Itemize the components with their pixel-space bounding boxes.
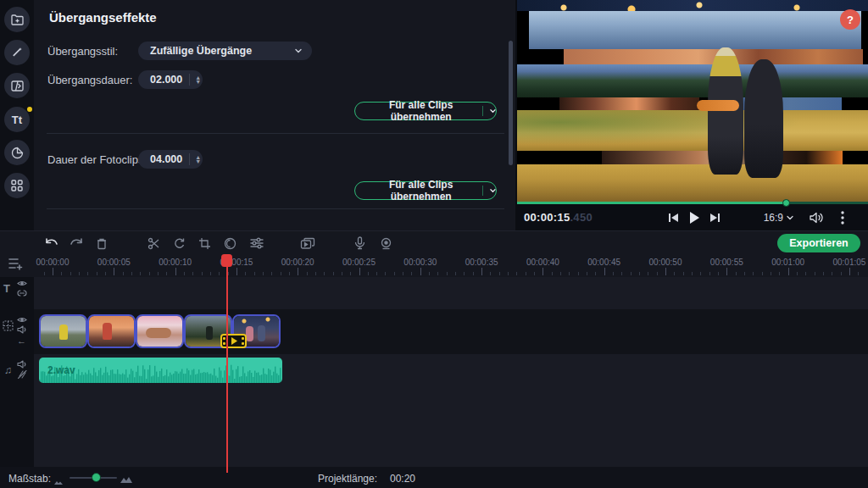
filters-sliders-button[interactable] xyxy=(248,235,265,252)
ruler-tick xyxy=(578,272,579,275)
ruler-label: 00:00:10 xyxy=(159,258,192,267)
transition-strip-night-lights xyxy=(517,0,868,11)
zoom-out-icon[interactable] xyxy=(53,474,64,488)
split-scissors-button[interactable] xyxy=(145,235,162,252)
ruler-tick xyxy=(158,272,159,275)
ruler-tick xyxy=(166,272,167,275)
record-audio-button[interactable] xyxy=(351,235,368,252)
ruler-tick xyxy=(140,272,141,275)
ruler-tick xyxy=(858,272,859,275)
more-tools-button[interactable] xyxy=(4,173,30,198)
transition-style-label: Übergangsstil: xyxy=(47,45,118,58)
color-adjust-button[interactable] xyxy=(221,235,238,252)
transition-wizard-button[interactable] xyxy=(299,235,316,252)
titles-tt-icon: Tt xyxy=(12,114,22,126)
transition-duration-spinner[interactable]: 02.000 ▲▼ xyxy=(138,70,203,89)
video-track-back-arrow-icon[interactable]: ← xyxy=(17,336,26,346)
filters-button[interactable] xyxy=(4,40,30,65)
scale-label: Maßstab: xyxy=(8,473,51,485)
ruler-tick xyxy=(815,272,815,275)
rotate-button[interactable] xyxy=(170,235,187,252)
panel-scrollbar[interactable] xyxy=(509,41,513,165)
ruler-tick xyxy=(219,272,220,275)
help-button[interactable]: ? xyxy=(840,9,860,30)
title-track-lane[interactable] xyxy=(34,277,868,309)
ruler-label: 00:00:50 xyxy=(649,258,682,267)
apply-transitions-all-clips-button[interactable]: Für alle Clips übernehmen xyxy=(354,102,497,120)
ruler-tick xyxy=(411,272,412,275)
video-clip-3[interactable] xyxy=(136,314,184,348)
titles-button[interactable]: Tt xyxy=(4,107,30,132)
ruler-tick xyxy=(779,272,780,275)
title-track-link-icon[interactable] xyxy=(17,290,27,297)
hiker-figure xyxy=(744,59,783,178)
undo-button[interactable] xyxy=(42,235,59,252)
ruler-tick xyxy=(131,272,132,275)
transition-settings-panel: Übergangseffekte Übergangsstil: Zufällig… xyxy=(34,0,515,230)
transition-strip-mountains xyxy=(529,11,861,49)
transition-style-dropdown[interactable]: Zufällige Übergänge xyxy=(138,42,312,60)
export-button[interactable]: Exportieren xyxy=(777,234,860,252)
section-divider xyxy=(47,208,504,209)
webcam-button[interactable] xyxy=(377,235,394,252)
ruler-tick xyxy=(87,272,88,275)
redo-button[interactable] xyxy=(68,235,85,252)
ruler-tick xyxy=(762,272,763,275)
ruler-label: 00:00:30 xyxy=(403,258,437,267)
ruler-tick xyxy=(437,272,438,275)
add-track-icon[interactable] xyxy=(8,257,23,270)
timeline-ruler[interactable]: 00:00:0000:00:0500:00:1000:00:1500:00:20… xyxy=(0,255,868,277)
audio-track-unlink-icon[interactable] xyxy=(17,370,27,379)
spinner-arrows[interactable]: ▲▼ xyxy=(195,155,201,164)
stickers-button[interactable] xyxy=(4,140,30,165)
video-clip-2[interactable] xyxy=(87,314,136,348)
video-track-visibility-icon[interactable] xyxy=(17,316,27,324)
transition-style-value: Zufällige Übergänge xyxy=(150,45,252,57)
audio-clip[interactable]: 2.wav xyxy=(39,358,282,383)
spinner-arrows[interactable]: ▲▼ xyxy=(195,75,201,84)
video-preview[interactable]: ? xyxy=(517,0,868,202)
apply-button-label: Für alle Clips übernehmen xyxy=(366,99,476,123)
delete-button[interactable] xyxy=(93,235,110,252)
ruler-tick xyxy=(385,272,386,275)
kebab-menu-icon xyxy=(841,211,844,225)
video-track-mute-icon[interactable] xyxy=(17,325,27,334)
ruler-tick xyxy=(175,268,176,275)
ruler-label: 00:00:55 xyxy=(710,258,743,267)
ruler-tick xyxy=(797,272,798,275)
volume-button[interactable] xyxy=(810,212,824,224)
ruler-label: 00:01:05 xyxy=(832,258,865,267)
transition-badge[interactable] xyxy=(220,334,247,348)
zoom-in-icon[interactable] xyxy=(120,472,133,487)
section-divider xyxy=(47,133,504,134)
photo-duration-value: 04.000 xyxy=(150,153,182,165)
ruler-tick xyxy=(79,272,80,275)
play-button[interactable] xyxy=(689,212,699,224)
playhead-handle[interactable] xyxy=(221,254,232,267)
transition-strip-grass xyxy=(517,164,868,202)
photo-duration-spinner[interactable]: 04.000 ▲▼ xyxy=(138,150,203,169)
transition-strip-forest xyxy=(517,64,868,97)
audio-track-mute-icon[interactable] xyxy=(17,360,27,369)
timeline-zoom-knob[interactable] xyxy=(92,473,101,482)
title-track-visibility-icon[interactable] xyxy=(17,280,27,287)
ruler-tick xyxy=(700,272,701,275)
ruler-tick xyxy=(771,272,771,275)
aspect-ratio-dropdown[interactable]: 16:9 xyxy=(764,212,793,224)
ruler-tick xyxy=(403,272,403,275)
import-media-button[interactable] xyxy=(4,7,30,32)
more-options-button[interactable] xyxy=(841,211,844,225)
ruler-tick xyxy=(849,268,850,275)
video-clip-1[interactable] xyxy=(39,314,87,348)
next-frame-button[interactable] xyxy=(709,213,721,223)
crop-button[interactable] xyxy=(196,235,213,252)
sidebar: Tt xyxy=(0,0,34,230)
transitions-button[interactable] xyxy=(4,73,30,98)
audio-waveform xyxy=(39,358,282,383)
apply-photo-duration-all-clips-button[interactable]: Für alle Clips übernehmen xyxy=(354,181,497,200)
status-bar: Maßstab: Projektlänge: 00:20 xyxy=(0,467,868,488)
ruler-tick xyxy=(245,272,246,275)
previous-frame-button[interactable] xyxy=(668,213,679,223)
ruler-tick xyxy=(315,272,316,275)
ruler-tick xyxy=(823,272,824,275)
